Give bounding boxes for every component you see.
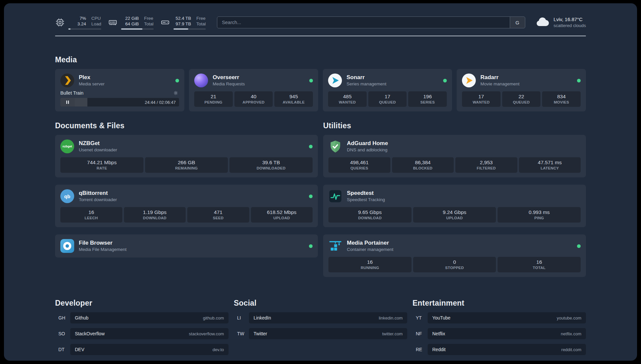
bookmark-stackoverflow[interactable]: SO StackOverflowstackoverflow.com xyxy=(55,328,229,339)
service-name: Media Portainer xyxy=(347,239,572,247)
stat-value: 471 xyxy=(189,209,248,216)
bookmark-name: YouTube xyxy=(432,315,450,320)
service-name: NZBGet xyxy=(79,140,304,147)
status-dot xyxy=(443,79,447,82)
service-card-nzbget[interactable]: nzbget NZBGet Usenet downloader 744.21 M… xyxy=(55,135,318,177)
bookmark-name: Reddit xyxy=(432,347,445,352)
service-card-plex[interactable]: Plex Media server Bullet Train xyxy=(55,69,184,111)
bookmark-reddit[interactable]: RE Redditreddit.com xyxy=(412,344,586,355)
disk-progress-bar xyxy=(173,28,206,30)
stat-value: 22 xyxy=(504,93,539,100)
service-name: Plex xyxy=(79,74,171,81)
service-card-speedtest[interactable]: Speedtest Speedtest Tracking 9.65 GbpsDO… xyxy=(323,185,586,227)
cpu-widget: 7%CPU 3.24Load xyxy=(55,15,101,30)
service-card-filebrowser[interactable]: File Browser Media File Management xyxy=(55,234,318,258)
stat-tile: 1.19 GbpsDOWNLOAD xyxy=(124,207,186,223)
sonarr-icon xyxy=(328,74,342,87)
stat-value: 945 xyxy=(276,93,312,100)
service-subtitle: Media server xyxy=(79,81,171,87)
stat-label: RATE xyxy=(62,166,142,171)
stat-label: UPLOAD xyxy=(414,216,495,221)
service-name: Radarr xyxy=(480,74,572,81)
qbittorrent-icon: qb xyxy=(60,189,74,203)
status-dot xyxy=(175,79,179,82)
portainer-icon xyxy=(328,239,342,253)
stat-value: 16 xyxy=(499,259,579,265)
disk-total-label: Total xyxy=(197,21,206,27)
service-card-adguard[interactable]: AdGuard Home DNS and adblocking 498,461Q… xyxy=(323,135,586,177)
search-provider-button[interactable]: G xyxy=(510,17,525,28)
stat-value: 498,461 xyxy=(330,159,389,166)
stat-value: 266 GB xyxy=(146,159,227,166)
stat-tile: 21PENDING xyxy=(194,91,233,107)
stat-label: DOWNLOADED xyxy=(231,166,311,171)
stat-label: LATENCY xyxy=(520,166,580,171)
bookmark-name: DEV xyxy=(75,347,84,352)
disk-icon xyxy=(160,17,170,27)
section-title-documents: Documents & Files xyxy=(55,121,318,130)
search-input[interactable] xyxy=(217,17,510,28)
stat-tile: 9.65 GbpsDOWNLOAD xyxy=(328,207,412,223)
stat-tile: 266 GBREMAINING xyxy=(145,157,228,173)
disk-free-value: 52.4 TB xyxy=(173,15,191,21)
stat-value: 9.24 Gbps xyxy=(414,209,495,216)
now-playing-title: Bullet Train xyxy=(60,90,173,96)
top-bar: 7%CPU 3.24Load 22 GiBFree 64 GiBTotal xyxy=(55,15,586,30)
stat-value: 0 xyxy=(414,259,495,265)
playback-progress-bar[interactable] xyxy=(75,98,141,106)
service-name: AdGuard Home xyxy=(347,140,581,147)
bookmark-netflix[interactable]: NF Netflixnetflix.com xyxy=(412,328,586,339)
service-subtitle: Container management xyxy=(347,247,572,253)
stat-value: 485 xyxy=(329,93,365,100)
stat-label: TOTAL xyxy=(499,265,579,270)
stat-label: PENDING xyxy=(196,100,231,105)
status-dot xyxy=(309,195,313,198)
stat-tile: 17WANTED xyxy=(462,91,501,107)
stat-value: 0.993 ms xyxy=(499,209,579,216)
stat-tile: 9.24 GbpsUPLOAD xyxy=(413,207,496,223)
stat-tile: 945AVAILABLE xyxy=(274,91,313,107)
weather-condition: scattered clouds xyxy=(554,23,586,29)
cpu-usage-value: 7% xyxy=(68,15,86,21)
pause-button[interactable] xyxy=(60,98,75,106)
bookmark-name: Twitter xyxy=(254,331,267,336)
stat-tile: 16LEECH xyxy=(60,207,122,223)
bookmark-abbr: GH xyxy=(55,315,70,320)
filebrowser-icon xyxy=(60,239,74,253)
bookmark-url: youtube.com xyxy=(557,316,581,320)
stat-label: UPLOAD xyxy=(252,216,312,221)
stat-label: SERIES xyxy=(410,100,445,105)
service-card-radarr[interactable]: Radarr Movie management 17WANTED 22QUEUE… xyxy=(457,69,586,111)
plex-icon xyxy=(60,74,74,87)
topbar-divider xyxy=(55,36,586,36)
service-name: Sonarr xyxy=(347,74,439,81)
bookmark-github[interactable]: GH Githubgithub.com xyxy=(55,312,229,323)
stat-label: RUNNING xyxy=(330,265,410,270)
stat-tile: 47.571 msLATENCY xyxy=(519,157,581,173)
bookmark-twitter[interactable]: TW Twittertwitter.com xyxy=(234,328,407,339)
bookmark-linkedin[interactable]: LI LinkedInlinkedin.com xyxy=(234,312,407,323)
stat-tile: 22QUEUED xyxy=(502,91,541,107)
stat-tile: 618.52 MbpsUPLOAD xyxy=(251,207,313,223)
bookmark-abbr: SO xyxy=(55,331,70,336)
bookmark-dev[interactable]: DT DEVdev.to xyxy=(55,344,229,355)
service-card-sonarr[interactable]: Sonarr Series management 485WANTED 17QUE… xyxy=(323,69,452,111)
memory-widget: 22 GiBFree 64 GiBTotal xyxy=(108,15,154,30)
service-card-portainer[interactable]: Media Portainer Container management 16R… xyxy=(323,234,586,277)
weather-location: Lviv, 16.87°C xyxy=(554,16,586,23)
stat-value: 39.6 TB xyxy=(231,159,311,166)
service-card-qbittorrent[interactable]: qb qBittorrent Torrent downloader 16LEEC… xyxy=(55,185,318,227)
stat-label: PING xyxy=(499,216,579,221)
bookmark-abbr: DT xyxy=(55,347,70,352)
stat-label: REMAINING xyxy=(146,166,227,171)
disk-total-value: 97.9 TB xyxy=(173,21,191,27)
stat-label: LEECH xyxy=(62,216,121,221)
bookmark-youtube[interactable]: YT YouTubeyoutube.com xyxy=(412,312,586,323)
gear-icon[interactable] xyxy=(173,90,179,96)
bookmark-abbr: NF xyxy=(412,331,428,336)
service-card-overseerr[interactable]: Overseerr Media Requests 21PENDING 40APP… xyxy=(189,69,318,111)
stat-tile: 2,953FILTERED xyxy=(455,157,517,173)
cpu-usage-label: CPU xyxy=(91,15,101,21)
stat-tile: 40APPROVED xyxy=(234,91,273,107)
bookmark-name: Github xyxy=(75,315,88,320)
